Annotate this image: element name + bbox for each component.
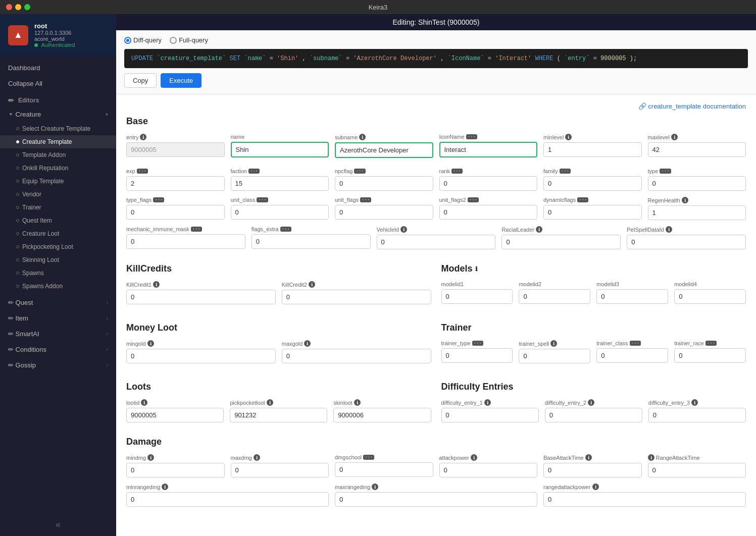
sidebar-item-creature-loot[interactable]: Creature Loot <box>0 227 116 240</box>
rank-dots-button[interactable]: ··· <box>451 169 463 174</box>
type-flags-dots-button[interactable]: ··· <box>153 197 164 202</box>
racialleader-info-icon[interactable]: ℹ <box>536 226 542 233</box>
pickpocketloot-info-icon[interactable]: ℹ <box>267 399 273 406</box>
iconname-dots-button[interactable]: ··· <box>466 134 477 139</box>
faction-dots-button[interactable]: ··· <box>248 169 260 174</box>
type-flags-input[interactable] <box>126 205 225 220</box>
trainer-spell-info-icon[interactable]: ℹ <box>550 340 557 347</box>
modelid4-input[interactable] <box>674 289 746 304</box>
vehicleid-info-icon[interactable]: ℹ <box>400 226 407 233</box>
maxdmg-input[interactable] <box>231 463 329 477</box>
rank-input[interactable] <box>439 176 538 191</box>
attackpower-input[interactable] <box>439 463 538 477</box>
sidebar-item-dashboard[interactable]: Dashboard <box>0 60 116 76</box>
subname-info-icon[interactable]: ℹ <box>359 134 366 140</box>
petspelldataid-info-icon[interactable]: ℹ <box>666 226 672 233</box>
mechanic-immune-mask-input[interactable] <box>126 234 245 249</box>
exp-dots-button[interactable]: ··· <box>137 169 148 174</box>
modelid3-input[interactable] <box>596 289 668 304</box>
sidebar-item-spawns-addon[interactable]: Spawns Addon <box>0 280 116 293</box>
vehicleid-input[interactable] <box>377 235 496 249</box>
baseattacktime-info-icon[interactable]: ℹ <box>585 454 592 461</box>
maxrangedmg-input[interactable] <box>335 492 537 507</box>
maxgold-input[interactable] <box>282 349 431 363</box>
minlevel-input[interactable] <box>543 142 642 157</box>
maxlevel-input[interactable] <box>648 142 746 157</box>
minrangedmg-input[interactable] <box>126 492 329 507</box>
trainer-type-dots-button[interactable]: ··· <box>472 341 483 346</box>
sidebar-item-pickpocketing-loot[interactable]: Pickpocketing Loot <box>0 240 116 253</box>
killcredit2-input[interactable] <box>282 290 431 304</box>
rangedattackpower-input[interactable] <box>543 492 746 507</box>
close-button[interactable] <box>6 4 12 10</box>
sidebar-item-collapse-all[interactable]: Collapse All <box>0 76 116 91</box>
petspelldataid-input[interactable] <box>627 235 746 249</box>
difficulty-entry-2-info-icon[interactable]: ℹ <box>588 399 594 406</box>
full-query-option[interactable]: Full-query <box>170 36 208 44</box>
collapse-sidebar-button[interactable]: « <box>0 513 116 536</box>
killcredit2-info-icon[interactable]: ℹ <box>309 281 315 288</box>
dynamicflags-input[interactable] <box>543 205 642 220</box>
modelid2-input[interactable] <box>519 289 590 304</box>
minimize-button[interactable] <box>15 4 21 10</box>
sidebar-item-onkill-reputation[interactable]: Onkill Reputation <box>0 162 116 175</box>
mindmg-input[interactable] <box>126 463 225 477</box>
trainer-class-input[interactable] <box>596 348 668 363</box>
trainer-race-input[interactable] <box>674 348 746 363</box>
sidebar-item-quest-item[interactable]: Quest Item <box>0 214 116 227</box>
skinloot-input[interactable] <box>333 408 431 422</box>
maxdmg-info-icon[interactable]: ℹ <box>254 454 260 461</box>
family-input[interactable] <box>543 176 642 191</box>
sidebar-item-creature-template[interactable]: Creature Template <box>0 135 116 148</box>
diff-query-option[interactable]: Diff-query <box>124 36 162 44</box>
unit-flags2-dots-button[interactable]: ··· <box>468 197 479 202</box>
unit-class-input[interactable] <box>231 205 329 220</box>
sidebar-item-gossip[interactable]: ✏ Gossip › <box>0 357 116 373</box>
name-input[interactable] <box>231 142 329 157</box>
difficulty-entry-1-input[interactable] <box>441 408 539 422</box>
flags-extra-input[interactable] <box>251 234 371 249</box>
faction-input[interactable] <box>231 176 329 191</box>
mindmg-info-icon[interactable]: ℹ <box>147 454 154 461</box>
rangedattackpower-info-icon[interactable]: ℹ <box>592 484 599 490</box>
sidebar-item-select-creature-template[interactable]: Select Creature Template <box>0 122 116 135</box>
killcredit1-info-icon[interactable]: ℹ <box>153 281 160 288</box>
sidebar-item-skinning-loot[interactable]: Skinning Loot <box>0 253 116 266</box>
full-query-radio[interactable] <box>170 37 177 44</box>
sidebar-item-trainer[interactable]: Trainer <box>0 201 116 214</box>
difficulty-entry-2-input[interactable] <box>545 408 642 422</box>
sidebar-item-creature[interactable]: ⚬ Creature ▾ <box>0 106 116 122</box>
npcflag-input[interactable] <box>335 176 433 191</box>
trainer-class-dots-button[interactable]: ··· <box>630 341 641 346</box>
racialleader-input[interactable] <box>501 235 621 249</box>
skinloot-info-icon[interactable]: ℹ <box>354 399 361 406</box>
flags-extra-dots-button[interactable]: ··· <box>280 227 291 232</box>
type-dots-button[interactable]: ··· <box>660 169 671 174</box>
maxlevel-info-icon[interactable]: ℹ <box>671 134 678 140</box>
sidebar-item-equip-template[interactable]: Equip Template <box>0 175 116 188</box>
maxrangedmg-info-icon[interactable]: ℹ <box>372 484 378 490</box>
iconname-input[interactable] <box>439 142 538 157</box>
rangeattacktime-info-icon[interactable]: ℹ <box>648 454 654 461</box>
lootid-input[interactable] <box>126 408 224 422</box>
modelid1-input[interactable] <box>441 289 513 304</box>
maximize-button[interactable] <box>24 4 30 10</box>
trainer-type-input[interactable] <box>441 348 513 363</box>
dmgschool-input[interactable] <box>335 462 433 477</box>
unit-flags-dots-button[interactable]: ··· <box>360 197 371 202</box>
sidebar-item-conditions[interactable]: ✏ Conditions › <box>0 342 116 357</box>
execute-button[interactable]: Execute <box>161 73 201 88</box>
difficulty-entry-3-input[interactable] <box>648 408 746 422</box>
unit-flags2-input[interactable] <box>439 205 538 220</box>
type-input[interactable] <box>648 176 746 191</box>
sidebar-item-item[interactable]: ✏ Item › <box>0 310 116 326</box>
unit-class-dots-button[interactable]: ··· <box>257 197 268 202</box>
sidebar-item-spawns[interactable]: Spawns <box>0 266 116 280</box>
killcredit1-input[interactable] <box>126 290 276 304</box>
diff-query-radio[interactable] <box>124 37 131 44</box>
lootid-info-icon[interactable]: ℹ <box>141 399 147 406</box>
copy-button[interactable]: Copy <box>124 73 157 88</box>
dmgschool-dots-button[interactable]: ··· <box>363 455 374 460</box>
entry-info-icon[interactable]: ℹ <box>140 134 146 140</box>
entry-input[interactable] <box>126 142 225 157</box>
